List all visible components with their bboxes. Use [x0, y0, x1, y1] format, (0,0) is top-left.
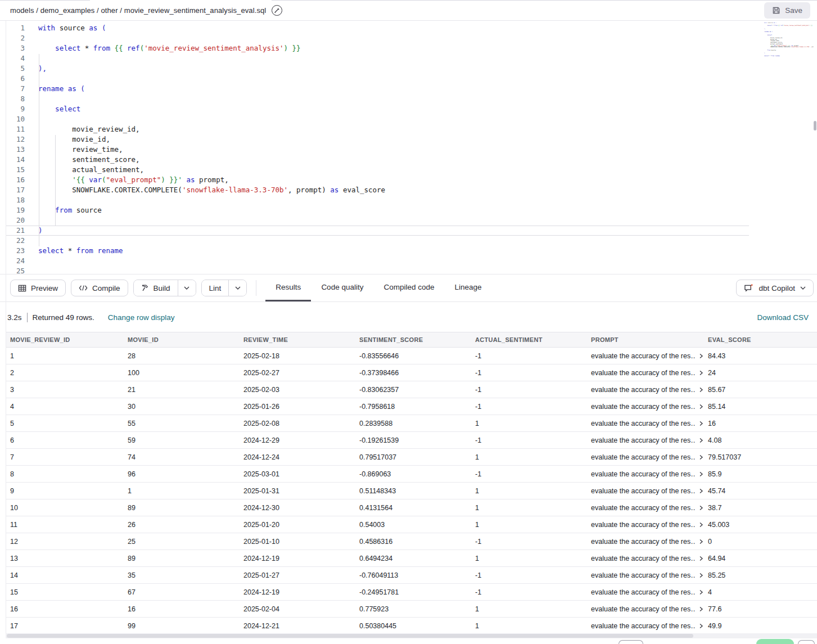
cell-eval-score: 64.94 — [703, 550, 817, 566]
column-header-eval_score[interactable]: EVAL_SCORE — [703, 332, 817, 347]
cell-movie-review-id: 13 — [6, 550, 123, 566]
cell-movie-review-id: 1 — [6, 348, 123, 364]
cell-eval-score: 85.25 — [703, 567, 817, 583]
cell-actual-sentiment: 1 — [471, 601, 586, 617]
editor-minimap[interactable]: with source as ( select * from {{ ref('m… — [751, 22, 814, 66]
column-header-prompt[interactable]: PROMPT — [586, 332, 703, 347]
cell-actual-sentiment: 1 — [471, 415, 586, 431]
cell-movie-review-id: 9 — [6, 483, 123, 499]
prompt-truncated-text: evaluate the accuracy of the res… — [591, 403, 696, 411]
build-split-button: Build — [133, 280, 196, 296]
column-header-movie_id[interactable]: MOVIE_ID — [123, 332, 239, 347]
editor-vertical-scrollbar[interactable] — [814, 121, 816, 130]
lint-button[interactable]: Lint — [202, 280, 229, 296]
lint-split-button: Lint — [201, 280, 247, 296]
cell-movie-id: 28 — [123, 348, 239, 364]
cell-movie-id: 30 — [123, 398, 239, 415]
dbt-ide-root: models / demo_examples / other / movie_r… — [0, 0, 817, 644]
code-line: 3 select * from {{ ref('movie_review_sen… — [6, 43, 817, 53]
line-number: 16 — [6, 175, 25, 185]
cell-actual-sentiment: 1 — [471, 499, 586, 516]
code-line: 15 actual_sentiment, — [6, 165, 817, 175]
cell-movie-review-id: 2 — [6, 364, 123, 381]
line-number: 15 — [6, 165, 25, 175]
expand-cell-chevron-icon[interactable] — [699, 438, 703, 443]
tab-compiled-code[interactable]: Compiled code — [373, 274, 444, 301]
expand-cell-chevron-icon[interactable] — [699, 556, 703, 561]
cell-sentiment-score: -0.76049113 — [355, 567, 471, 583]
cell-prompt: evaluate the accuracy of the res… — [586, 499, 703, 516]
results-tabs: ResultsCode qualityCompiled codeLineage — [265, 274, 491, 301]
preview-button[interactable]: Preview — [10, 280, 66, 296]
column-header-review_time[interactable]: REVIEW_TIME — [239, 332, 355, 347]
expand-cell-chevron-icon[interactable] — [699, 539, 703, 544]
prompt-truncated-text: evaluate the accuracy of the res… — [591, 622, 696, 630]
cell-movie-review-id: 16 — [6, 601, 123, 617]
expand-cell-chevron-icon[interactable] — [699, 522, 703, 528]
expand-cell-chevron-icon[interactable] — [699, 454, 703, 460]
cell-sentiment-score: -0.19261539 — [355, 432, 471, 448]
format-file-icon[interactable] — [272, 5, 282, 16]
results-header-row: MOVIE_REVIEW_IDMOVIE_IDREVIEW_TIMESENTIM… — [6, 332, 817, 348]
cell-prompt: evaluate the accuracy of the res… — [586, 432, 703, 448]
bottom-cutoff-green-button[interactable] — [756, 639, 794, 644]
expand-cell-chevron-icon[interactable] — [699, 573, 703, 578]
lint-button-label: Lint — [209, 284, 222, 292]
code-line: 13 review_time, — [6, 145, 817, 155]
line-number: 23 — [6, 246, 25, 256]
horizontal-scrollbar-track[interactable] — [6, 633, 817, 638]
code-line: 4 — [6, 53, 817, 64]
build-button[interactable]: Build — [134, 280, 178, 296]
tab-results[interactable]: Results — [265, 274, 311, 301]
lint-dropdown-chevron[interactable] — [228, 280, 246, 296]
horizontal-scrollbar-thumb[interactable] — [7, 634, 693, 638]
line-number: 24 — [6, 256, 25, 266]
column-header-sentiment_score[interactable]: SENTIMENT_SCORE — [355, 332, 471, 347]
expand-cell-chevron-icon[interactable] — [699, 488, 703, 494]
expand-cell-chevron-icon[interactable] — [699, 404, 703, 409]
prompt-truncated-text: evaluate the accuracy of the res… — [591, 605, 696, 613]
cell-actual-sentiment: -1 — [471, 584, 586, 600]
expand-cell-chevron-icon[interactable] — [699, 370, 703, 376]
cell-eval-score: 85.9 — [703, 466, 817, 482]
code-editor[interactable]: 1with source as (23 select * from {{ ref… — [0, 21, 817, 274]
cell-movie-id: 26 — [123, 516, 239, 533]
code-lines: 1with source as (23 select * from {{ ref… — [6, 23, 817, 274]
save-button[interactable]: Save — [764, 2, 810, 19]
bottom-cutoff-button[interactable] — [798, 640, 815, 644]
expand-cell-chevron-icon[interactable] — [699, 623, 703, 629]
cell-prompt: evaluate the accuracy of the res… — [586, 516, 703, 533]
download-csv-link[interactable]: Download CSV — [757, 313, 809, 322]
expand-cell-chevron-icon[interactable] — [699, 606, 703, 612]
cell-actual-sentiment: 1 — [471, 449, 586, 465]
code-line: 17 SNOWFLAKE.CORTEX.COMPLETE('snowflake-… — [6, 185, 817, 195]
tab-code-quality[interactable]: Code quality — [311, 274, 373, 301]
table-row: 3212025-02-03-0.83062357-1evaluate the a… — [6, 381, 817, 398]
expand-cell-chevron-icon[interactable] — [699, 421, 703, 426]
line-number: 19 — [6, 205, 25, 215]
prompt-truncated-text: evaluate the accuracy of the res… — [591, 555, 696, 562]
compile-button[interactable]: Compile — [71, 280, 128, 296]
column-header-movie_review_id[interactable]: MOVIE_REVIEW_ID — [6, 332, 123, 347]
dbt-copilot-button[interactable]: dbt Copilot — [736, 280, 814, 296]
cell-prompt: evaluate the accuracy of the res… — [586, 348, 703, 364]
cell-review-time: 2024-12-24 — [239, 449, 355, 465]
cell-eval-score: 4 — [703, 584, 817, 600]
column-header-actual_sentiment[interactable]: ACTUAL_SENTIMENT — [471, 332, 586, 347]
cell-movie-review-id: 5 — [6, 415, 123, 431]
prompt-truncated-text: evaluate the accuracy of the res… — [591, 588, 696, 596]
tab-lineage[interactable]: Lineage — [445, 274, 492, 301]
expand-cell-chevron-icon[interactable] — [699, 471, 703, 477]
bottom-cutoff-button[interactable] — [619, 640, 643, 644]
expand-cell-chevron-icon[interactable] — [699, 387, 703, 393]
change-row-display-link[interactable]: Change row display — [108, 313, 175, 322]
expand-cell-chevron-icon[interactable] — [699, 505, 703, 511]
compile-button-label: Compile — [92, 284, 120, 292]
build-dropdown-chevron[interactable] — [178, 280, 196, 296]
expand-cell-chevron-icon[interactable] — [699, 589, 703, 595]
table-row: 5552025-02-080.28395881evaluate the accu… — [6, 415, 817, 432]
expand-cell-chevron-icon[interactable] — [699, 353, 703, 359]
cell-movie-id: 89 — [123, 550, 239, 566]
code-line: 11 movie_review_id, — [6, 124, 817, 134]
cell-movie-review-id: 11 — [6, 516, 123, 533]
